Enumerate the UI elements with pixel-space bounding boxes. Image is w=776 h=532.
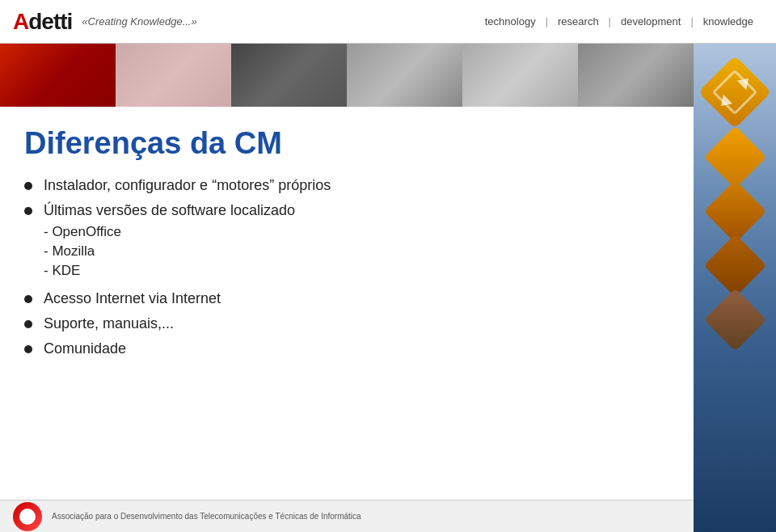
sub-list: - OpenOffice - Mozilla - KDE: [44, 224, 295, 282]
banner-seg-6: [578, 44, 694, 107]
banner-seg-4: [347, 44, 462, 107]
footer-logo-inner: [19, 509, 36, 525]
footer-logo: [13, 502, 42, 531]
nav-item-technology[interactable]: technology: [475, 15, 546, 27]
footer: Associação para o Desenvolvimento das Te…: [0, 500, 694, 532]
sidebar-shape-4: [703, 289, 766, 352]
list-item-text: Instalador, configurador e “motores” pró…: [44, 177, 331, 194]
list-item: Instalador, configurador e “motores” pró…: [24, 177, 669, 194]
list-item-text: Comunidade: [44, 340, 126, 357]
right-sidebar: [694, 44, 776, 532]
tagline: «Creating Knowledge...»: [82, 15, 196, 27]
list-item-text: Acesso Internet via Internet: [44, 290, 221, 307]
header: Adetti «Creating Knowledge...» technolog…: [0, 0, 776, 44]
bullet-list: Instalador, configurador e “motores” pró…: [24, 177, 669, 365]
sub-list-item: - Mozilla: [44, 243, 295, 260]
sub-list-item: - KDE: [44, 263, 295, 279]
list-item: Últimas versões de software localizado -…: [24, 202, 669, 282]
bullet-dot: [24, 320, 32, 328]
banner-seg-5: [462, 44, 578, 107]
banner-seg-3: [231, 44, 347, 107]
banner-seg-2: [116, 44, 231, 107]
header-left: Adetti «Creating Knowledge...»: [13, 9, 197, 35]
bullet-dot: [24, 295, 32, 303]
list-item: Suporte, manuais,...: [24, 315, 669, 332]
logo: Adetti: [13, 9, 72, 35]
list-item: Comunidade: [24, 340, 669, 357]
nav-item-development[interactable]: development: [611, 15, 690, 27]
footer-text: Associação para o Desenvolvimento das Te…: [52, 512, 361, 521]
list-item-text: Suporte, manuais,...: [44, 315, 174, 332]
content-area: Diferenças da CM Instalador, configurado…: [0, 107, 694, 532]
sidebar-shape-3: [703, 234, 766, 298]
list-item: Acesso Internet via Internet: [24, 290, 669, 307]
nav-item-knowledge[interactable]: knowledge: [694, 15, 763, 27]
sub-list-item: - OpenOffice: [44, 224, 295, 240]
main-layout: Diferenças da CM Instalador, configurado…: [0, 44, 776, 532]
sidebar-decoration: [702, 52, 767, 353]
bullet-dot: [24, 182, 32, 190]
list-item-text: Últimas versões de software localizado: [44, 202, 295, 219]
banner: [0, 44, 694, 107]
sidebar-shape-2: [703, 180, 766, 243]
sidebar-shape-1: [703, 126, 766, 189]
banner-seg-1: [0, 44, 116, 107]
bullet-dot: [24, 207, 32, 215]
nav-links: technology | research | development | kn…: [475, 15, 763, 27]
bullet-dot: [24, 345, 32, 353]
page-title: Diferenças da CM: [24, 126, 669, 161]
nav-item-research[interactable]: research: [548, 15, 609, 27]
